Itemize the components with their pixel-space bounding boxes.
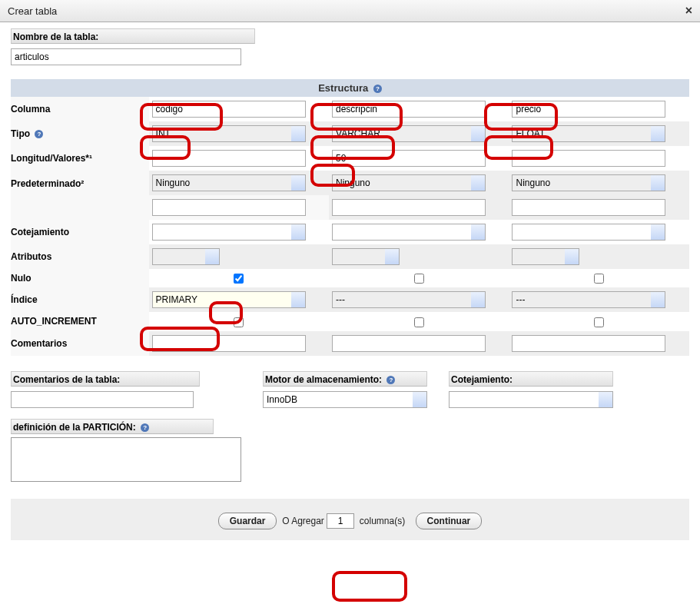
col1-attributes[interactable] — [332, 248, 400, 265]
table-comments-input[interactable] — [11, 391, 194, 408]
col0-type[interactable]: INT — [152, 125, 306, 142]
row-label-predeterminado: Predeterminado² — [11, 171, 149, 220]
columns-word: columna(s) — [360, 516, 405, 526]
col1-comment[interactable] — [332, 335, 486, 352]
footer-collation-select[interactable] — [449, 391, 613, 408]
highlight-marker — [332, 571, 407, 602]
row-label-nulo: Nulo — [11, 269, 149, 287]
continue-button[interactable]: Continuar — [416, 513, 483, 529]
col0-collation[interactable] — [152, 224, 306, 241]
table-comments-label: Comentarios de la tabla: — [11, 371, 200, 387]
col0-length[interactable] — [152, 150, 306, 167]
col1-autoincrement[interactable] — [414, 317, 424, 327]
partition-label: definición de la PARTICIÓN: ? — [11, 419, 214, 434]
row-label-indice: Índice — [11, 287, 149, 312]
row-label-autoincrement: AUTO_INCREMENT — [11, 312, 149, 330]
col2-default[interactable]: Ninguno — [512, 174, 665, 191]
footer-options: Comentarios de la tabla: definición de l… — [11, 371, 689, 482]
structure-header: Estructura ? — [11, 79, 689, 97]
col2-collation[interactable] — [512, 224, 665, 241]
col0-null[interactable] — [234, 274, 244, 284]
row-label-columna: Columna — [11, 97, 149, 121]
col1-null[interactable] — [414, 274, 424, 284]
col2-name[interactable] — [512, 101, 665, 118]
row-label-longitud: Longitud/Valores*¹ — [11, 146, 149, 171]
row-label-atributos: Atributos — [11, 244, 149, 269]
add-count-input[interactable] — [327, 513, 354, 529]
col2-type[interactable]: FLOAT — [512, 125, 665, 142]
col1-length[interactable] — [332, 150, 486, 167]
storage-engine-select[interactable]: InnoDB — [263, 391, 427, 408]
save-button[interactable]: Guardar — [218, 513, 277, 529]
col2-autoincrement[interactable] — [594, 317, 604, 327]
col1-type[interactable]: VARCHAR — [332, 125, 486, 142]
col0-default[interactable]: Ninguno — [152, 174, 306, 191]
dialog-title: Crear tabla — [8, 5, 57, 17]
help-icon[interactable]: ? — [386, 376, 395, 384]
action-bar: Guardar O Agregar columna(s) Continuar — [11, 499, 689, 540]
partition-input[interactable] — [11, 437, 241, 482]
col2-default-custom[interactable] — [512, 199, 665, 216]
row-label-comentarios: Comentarios — [11, 331, 149, 356]
help-icon[interactable]: ? — [141, 423, 149, 432]
row-label-cotejamiento: Cotejamiento — [11, 220, 149, 244]
col1-collation[interactable] — [332, 224, 486, 241]
col1-default[interactable]: Ninguno — [332, 174, 486, 191]
col1-default-custom[interactable] — [332, 199, 486, 216]
help-icon[interactable]: ? — [35, 130, 43, 138]
col1-name[interactable] — [332, 101, 486, 118]
storage-engine-label: Motor de almacenamiento: ? — [263, 371, 427, 387]
footer-collation-label: Cotejamiento: — [449, 371, 613, 387]
table-name-input[interactable] — [11, 48, 241, 65]
col0-comment[interactable] — [152, 335, 306, 352]
content-wrap: Nombre de la tabla: Estructura ? Columna… — [11, 28, 689, 540]
col0-autoincrement[interactable] — [234, 317, 244, 327]
col0-attributes[interactable] — [152, 248, 220, 265]
add-text: Agregar — [291, 516, 324, 526]
dialog-titlebar: Crear tabla × — [0, 0, 700, 22]
close-icon[interactable]: × — [685, 4, 692, 18]
col0-default-custom[interactable] — [152, 199, 306, 216]
col1-index[interactable]: --- — [332, 291, 486, 308]
col2-index[interactable]: --- — [512, 291, 665, 308]
col2-null[interactable] — [594, 274, 604, 284]
dialog-body-scroll[interactable]: Nombre de la tabla: Estructura ? Columna… — [0, 22, 700, 602]
table-name-label: Nombre de la tabla: — [11, 28, 255, 44]
structure-table: Columna Tipo ? INT VARCHAR FLOAT Longitu… — [11, 97, 689, 356]
col2-attributes[interactable] — [512, 248, 579, 265]
col0-index[interactable]: PRIMARY — [152, 291, 306, 308]
or-text: O — [282, 516, 289, 526]
help-icon[interactable]: ? — [373, 85, 382, 93]
row-label-tipo: Tipo ? — [11, 121, 149, 146]
col0-name[interactable] — [152, 101, 306, 118]
col2-length[interactable] — [512, 150, 665, 167]
col2-comment[interactable] — [512, 335, 665, 352]
